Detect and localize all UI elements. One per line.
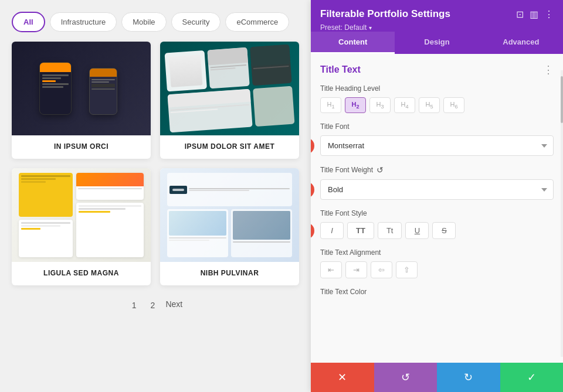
heading-h6[interactable]: H6 xyxy=(443,97,464,113)
title-font-style-row: Title Font Style 3 I TT Tt U S xyxy=(320,209,554,239)
align-right[interactable]: ⇦ xyxy=(371,261,392,278)
filter-tab-ecommerce[interactable]: eCommerce xyxy=(225,12,289,32)
title-font-row: Title Font 1 Montserrat xyxy=(320,122,554,156)
more-icon[interactable]: ⋮ xyxy=(544,9,554,20)
portfolio-thumb-2 xyxy=(160,42,299,135)
filter-bar: All Infrastructure Mobile Security eComm… xyxy=(12,12,299,32)
title-font-label: Title Font xyxy=(320,122,554,131)
title-color-row: Title Text Color xyxy=(320,288,554,296)
portfolio-thumb-1 xyxy=(12,42,151,135)
title-align-label: Title Text Alignment xyxy=(320,248,554,257)
tab-advanced[interactable]: Advanced xyxy=(479,32,563,54)
panel-actions: ✕ ↺ ↻ ✓ xyxy=(311,363,563,392)
title-font-select[interactable]: Montserrat xyxy=(320,135,554,156)
delete-button[interactable]: ✕ xyxy=(311,363,374,392)
heading-h1[interactable]: H1 xyxy=(320,97,341,113)
style-buttons: 3 I TT Tt U S xyxy=(320,222,554,239)
page-2[interactable]: 2 xyxy=(147,299,159,311)
title-weight-select[interactable]: Bold xyxy=(320,179,554,200)
step-3-badge: 3 xyxy=(311,223,314,239)
portfolio-thumb-4 xyxy=(160,168,299,262)
portfolio-item-4[interactable]: NIBH PULVINAR xyxy=(160,168,299,285)
style-btn-tt[interactable]: TT xyxy=(347,222,374,239)
portfolio-item-2[interactable]: IPSUM DOLOR SIT AMET xyxy=(160,42,299,159)
expand-icon[interactable]: ⊡ xyxy=(516,9,524,20)
heading-levels: H1 H2 H3 H4 H5 H6 xyxy=(320,97,554,113)
portfolio-grid: IN IPSUM ORCI xyxy=(12,42,299,285)
portfolio-label-4: NIBH PULVINAR xyxy=(160,262,299,285)
title-weight-label: Title Font Weight xyxy=(320,166,373,174)
portfolio-label-3: LIGULA SED MAGNA xyxy=(12,262,151,285)
panel-content: Title Text ⋮ Title Heading Level H1 H2 H… xyxy=(311,54,563,363)
heading-h5[interactable]: H5 xyxy=(419,97,440,113)
heading-h4[interactable]: H4 xyxy=(394,97,415,113)
tab-design[interactable]: Design xyxy=(395,32,479,54)
scroll-thumb xyxy=(561,76,563,123)
page-1[interactable]: 1 xyxy=(128,299,140,311)
style-btn-strike[interactable]: S xyxy=(432,222,456,239)
panel-header: Filterable Portfolio Settings ⊡ ▥ ⋮ Pres… xyxy=(311,0,563,32)
heading-h3[interactable]: H3 xyxy=(369,97,391,113)
filter-tab-security[interactable]: Security xyxy=(171,12,221,32)
align-left[interactable]: ⇤ xyxy=(320,261,342,278)
title-alignment-row: Title Text Alignment ⇤ ⇥ ⇦ ⇧ xyxy=(320,248,554,278)
portfolio-label-1: IN IPSUM ORCI xyxy=(12,135,151,159)
heading-level-label: Title Heading Level xyxy=(320,84,554,93)
panel-title-icons: ⊡ ▥ ⋮ xyxy=(516,9,554,20)
scroll-indicator[interactable] xyxy=(561,70,563,357)
save-button[interactable]: ✓ xyxy=(500,363,564,392)
filter-tab-infrastructure[interactable]: Infrastructure xyxy=(50,12,117,32)
filter-tab-mobile[interactable]: Mobile xyxy=(121,12,166,32)
title-color-label: Title Text Color xyxy=(320,288,554,296)
section-menu-icon[interactable]: ⋮ xyxy=(543,63,554,76)
portfolio-item-3[interactable]: LIGULA SED MAGNA xyxy=(12,168,151,285)
section-title-row: Title Text ⋮ xyxy=(320,63,554,76)
align-buttons: ⇤ ⇥ ⇦ ⇧ xyxy=(320,261,554,278)
left-panel: All Infrastructure Mobile Security eComm… xyxy=(0,0,311,392)
section-title: Title Text xyxy=(320,64,361,75)
pagination: 1 2 Next xyxy=(12,295,299,321)
panel-title: Filterable Portfolio Settings xyxy=(320,8,450,20)
style-btn-underline[interactable]: U xyxy=(405,222,429,239)
title-weight-label-row: Title Font Weight ↺ xyxy=(320,165,554,175)
tab-content[interactable]: Content xyxy=(311,32,395,54)
panel-tabs: Content Design Advanced xyxy=(311,32,563,54)
title-style-label: Title Font Style xyxy=(320,209,554,217)
portfolio-item-1[interactable]: IN IPSUM ORCI xyxy=(12,42,151,159)
style-btn-tt2[interactable]: Tt xyxy=(378,222,402,239)
weight-reset-icon[interactable]: ↺ xyxy=(377,165,384,175)
step-1-badge: 1 xyxy=(311,138,314,154)
align-center[interactable]: ⇥ xyxy=(345,261,367,278)
step-2-badge: 2 xyxy=(311,182,314,198)
filter-tab-all[interactable]: All xyxy=(12,12,45,32)
align-justify[interactable]: ⇧ xyxy=(396,261,418,278)
heading-h2[interactable]: H2 xyxy=(345,97,366,113)
columns-icon[interactable]: ▥ xyxy=(530,9,538,20)
portfolio-thumb-3 xyxy=(12,168,151,262)
preset-label: Preset: Default xyxy=(320,23,367,32)
title-font-weight-row: Title Font Weight ↺ 2 Bold xyxy=(320,165,554,200)
style-btn-italic[interactable]: I xyxy=(320,222,344,239)
reset-button[interactable]: ↺ xyxy=(374,363,437,392)
preset-arrow[interactable]: ▾ xyxy=(369,25,372,31)
redo-button[interactable]: ↻ xyxy=(437,363,500,392)
portfolio-label-2: IPSUM DOLOR SIT AMET xyxy=(160,135,299,159)
right-panel: Filterable Portfolio Settings ⊡ ▥ ⋮ Pres… xyxy=(311,0,563,392)
page-next[interactable]: Next xyxy=(165,299,182,311)
